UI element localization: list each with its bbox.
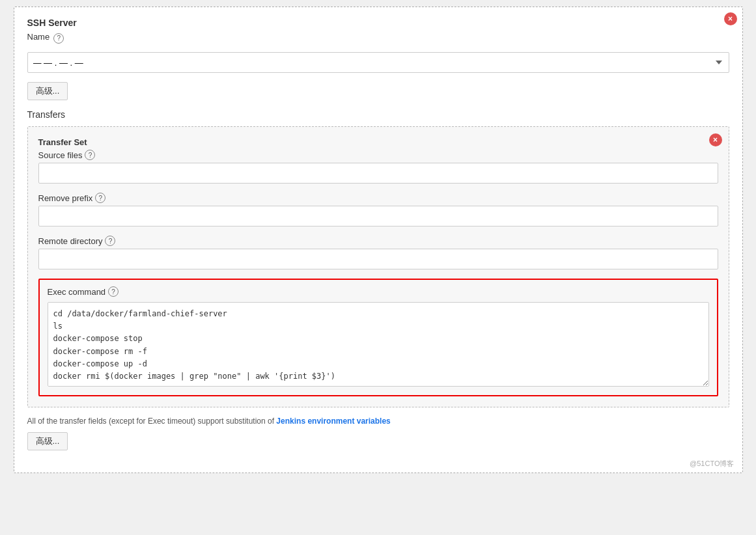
server-name-dropdown[interactable]: — — . — . — xyxy=(27,52,729,73)
advanced-bottom-row: 高级... xyxy=(27,432,729,450)
remote-directory-field: Remote directory ? xyxy=(38,236,718,269)
remove-prefix-help-icon[interactable]: ? xyxy=(95,193,105,203)
source-files-input[interactable] xyxy=(38,163,718,184)
close-button-top[interactable]: × xyxy=(724,12,737,25)
remote-directory-help-icon[interactable]: ? xyxy=(105,236,115,246)
transfer-set-close-button[interactable]: × xyxy=(709,133,722,146)
advanced-button-bottom[interactable]: 高级... xyxy=(27,432,68,450)
ssh-server-title: SSH Server xyxy=(27,18,729,28)
source-files-field: Source files ? xyxy=(38,150,718,184)
remote-directory-input[interactable] xyxy=(38,249,718,269)
name-label: Name xyxy=(27,32,50,42)
exec-command-textarea[interactable]: cd /data/docker/farmland-chief-server ls… xyxy=(48,302,709,387)
transfers-label: Transfers xyxy=(27,109,729,120)
transfer-set-header: Transfer Set xyxy=(38,137,718,147)
exec-command-section: Exec command ? cd /data/docker/farmland-… xyxy=(38,279,718,396)
name-help-icon[interactable]: ? xyxy=(53,33,64,44)
advanced-top-row: 高级... xyxy=(27,82,729,100)
server-name-field: — — . — . — xyxy=(27,52,729,73)
remove-prefix-field: Remove prefix ? xyxy=(38,193,718,226)
source-files-label: Source files ? xyxy=(38,150,718,160)
info-text: All of the transfer fields (except for E… xyxy=(27,417,729,426)
remote-directory-label: Remote directory ? xyxy=(38,236,718,246)
exec-command-help-icon[interactable]: ? xyxy=(108,286,119,297)
remove-prefix-input[interactable] xyxy=(38,206,718,226)
main-panel: × SSH Server Name ? — — . — . — 高级... Tr… xyxy=(14,7,743,473)
name-row: Name ? xyxy=(27,32,729,44)
transfer-set-panel: × Transfer Set Source files ? Remove pre… xyxy=(27,126,729,407)
source-files-help-icon[interactable]: ? xyxy=(85,150,95,160)
exec-command-label: Exec command ? xyxy=(48,286,709,297)
advanced-button-top[interactable]: 高级... xyxy=(27,82,68,100)
watermark: @51CTO博客 xyxy=(690,459,734,469)
jenkins-variables-link[interactable]: Jenkins environment variables xyxy=(276,417,390,426)
remove-prefix-label: Remove prefix ? xyxy=(38,193,718,203)
